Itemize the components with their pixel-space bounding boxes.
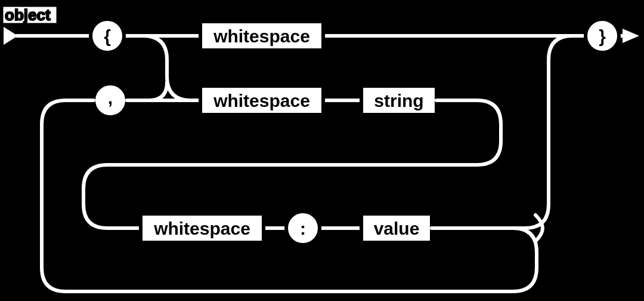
split-bracket-decor	[535, 215, 543, 241]
comma-merge-curve	[149, 82, 167, 100]
svg-text:whitespace: whitespace	[213, 91, 310, 110]
svg-text:whitespace: whitespace	[213, 26, 310, 46]
svg-text::: :	[300, 219, 306, 238]
terminal-close-brace: }	[586, 19, 619, 53]
nonterminal-whitespace-1: whitespace	[200, 22, 323, 50]
nonterminal-string: string	[361, 86, 436, 115]
value-loop-back-to-comma	[42, 100, 537, 291]
nonterminal-value: value	[361, 214, 432, 242]
svg-text:,: ,	[108, 88, 113, 108]
svg-text:}: }	[599, 26, 606, 46]
title-outline-text: object	[5, 6, 51, 24]
terminal-open-brace: {	[91, 19, 124, 53]
nonterminal-whitespace-3: whitespace	[141, 214, 264, 242]
svg-text:whitespace: whitespace	[153, 219, 250, 238]
svg-text:string: string	[374, 91, 423, 110]
string-down-to-row3	[83, 100, 501, 228]
svg-text:value: value	[374, 219, 420, 238]
nonterminal-whitespace-2: whitespace	[200, 86, 323, 115]
terminal-comma: ,	[94, 84, 127, 117]
railroad-diagram: object object { whitespace } , whitespac…	[0, 0, 644, 301]
end-arrow	[623, 29, 639, 43]
terminal-colon: :	[286, 211, 320, 245]
svg-text:{: {	[104, 26, 111, 46]
